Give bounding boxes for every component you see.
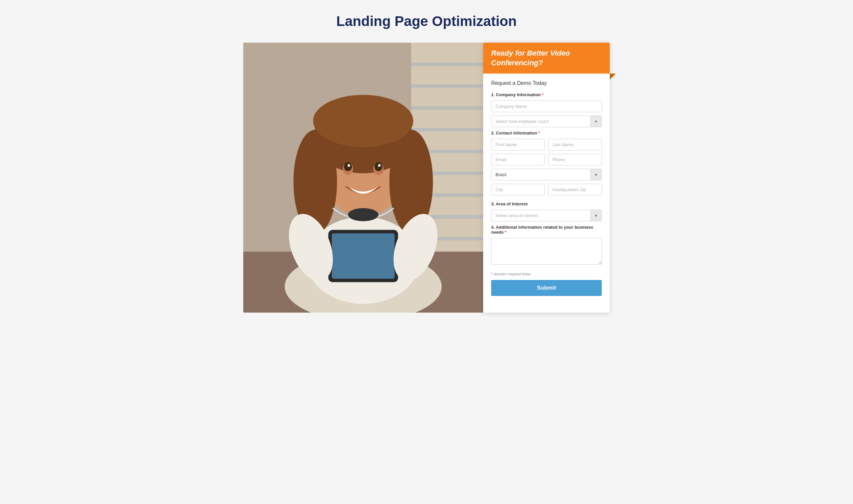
required-star-1: * (542, 92, 543, 97)
last-name-input[interactable] (548, 139, 602, 150)
form-panel: Ready for Better Video Conferencing? Req… (483, 42, 610, 312)
company-name-input[interactable] (491, 101, 602, 112)
svg-point-27 (375, 162, 383, 171)
main-container: Ready for Better Video Conferencing? Req… (243, 42, 610, 312)
svg-point-28 (348, 164, 350, 167)
additional-info-textarea[interactable] (491, 238, 602, 265)
submit-button[interactable]: Submit (491, 280, 602, 296)
city-input[interactable] (491, 184, 545, 195)
zip-input[interactable] (548, 184, 602, 195)
country-select-wrapper: Brazil United States Canada Mexico Argen… (491, 169, 602, 180)
svg-point-23 (313, 95, 414, 147)
country-select[interactable]: Brazil United States Canada Mexico Argen… (491, 169, 602, 180)
svg-point-34 (348, 208, 379, 221)
additional-info-section: 4. Additional information related to you… (491, 225, 602, 269)
interest-select-wrapper: Select area of interest Video Conferenci… (491, 210, 602, 221)
svg-point-29 (378, 164, 381, 167)
contact-info-section: 2. Contact Information* Brazil United St… (491, 130, 602, 199)
form-body: Request a Demo Today 1. Company Informat… (483, 74, 610, 303)
location-row (491, 184, 602, 199)
hero-image (243, 42, 483, 312)
required-star-2: * (538, 130, 540, 136)
employee-count-select[interactable]: Select total employee count 1-50 51-200 … (491, 115, 602, 127)
area-of-interest-section: 3. Area of Interest Select area of inter… (491, 201, 602, 221)
form-banner: Ready for Better Video Conferencing? (483, 42, 610, 74)
form-subtitle: Request a Demo Today (491, 80, 602, 86)
form-banner-title: Ready for Better Video Conferencing? (491, 49, 602, 68)
required-note: * denotes required fields. (491, 272, 602, 276)
interest-select[interactable]: Select area of interest Video Conferenci… (491, 210, 602, 221)
required-note-star: * (491, 272, 492, 276)
company-info-label: 1. Company Information* (491, 92, 602, 97)
contact-row (491, 154, 602, 169)
phone-input[interactable] (548, 154, 602, 165)
additional-info-label: 4. Additional information related to you… (491, 225, 602, 235)
svg-rect-31 (332, 233, 395, 278)
employee-count-select-wrapper: Select total employee count 1-50 51-200 … (491, 115, 602, 127)
contact-info-label: 2. Contact Information* (491, 130, 602, 136)
email-input[interactable] (491, 154, 545, 165)
required-star-4: * (505, 230, 506, 235)
svg-point-26 (344, 162, 352, 171)
name-row (491, 139, 602, 154)
company-info-section: 1. Company Information* Select total emp… (491, 92, 602, 127)
area-of-interest-label: 3. Area of Interest (491, 201, 602, 206)
page-title: Landing Page Optimization (336, 13, 517, 29)
first-name-input[interactable] (491, 139, 545, 150)
